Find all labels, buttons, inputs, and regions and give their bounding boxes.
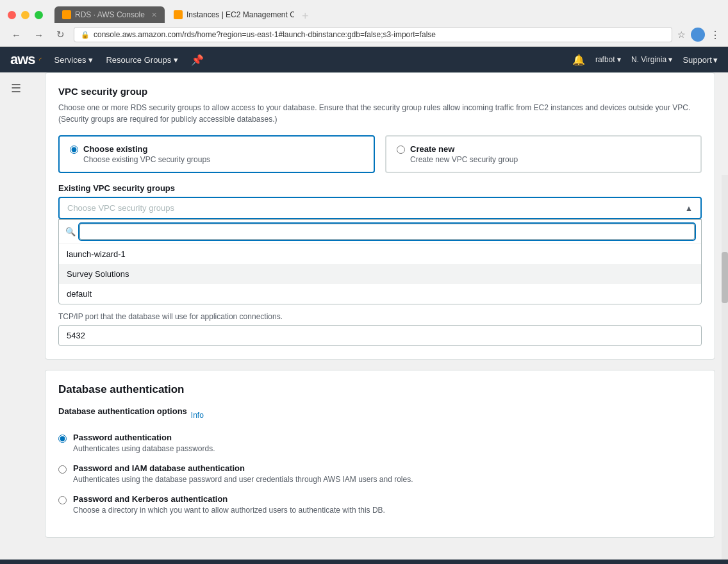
pin-icon[interactable]: 📌 [191, 54, 204, 66]
vpc-security-dropdown[interactable]: Choose VPC security groups ▲ [58, 197, 702, 219]
support-label: Support [682, 55, 712, 65]
bell-icon[interactable]: 🔔 [572, 54, 585, 66]
port-input[interactable] [58, 325, 702, 346]
aws-header: aws ◜ Services ▾ Resource Groups ▾ 📌 🔔 r… [0, 47, 728, 72]
password-kerberos-desc: Choose a directory in which you want to … [73, 505, 385, 516]
tab-favicon-ec2 [174, 10, 183, 19]
aws-logo-text: aws [10, 51, 35, 68]
dropdown-placeholder: Choose VPC security groups [67, 203, 174, 213]
choose-existing-radio[interactable] [70, 145, 78, 154]
search-icon: 🔍 [65, 227, 76, 236]
vpc-section-description: Choose one or more RDS security groups t… [58, 102, 702, 125]
vpc-section-title: VPC security group [58, 86, 702, 97]
services-chevron-icon: ▾ [88, 55, 93, 65]
tab-label-ec2: Instances | EC2 Management C [186, 10, 294, 19]
db-auth-options-label: Database authentication options [58, 406, 187, 416]
password-kerberos-title: Password and Kerberos authentication [73, 494, 385, 504]
choose-existing-label: Choose existing Choose existing VPC secu… [70, 144, 363, 164]
browser-menu-button[interactable]: ⋮ [710, 29, 720, 41]
bookmark-button[interactable]: ☆ [677, 29, 686, 40]
existing-vpc-label: Existing VPC security groups [58, 183, 702, 193]
create-new-radio[interactable] [397, 145, 405, 154]
forward-button[interactable]: → [30, 28, 47, 42]
choose-existing-card[interactable]: Choose existing Choose existing VPC secu… [58, 135, 375, 173]
create-new-title: Create new [410, 144, 518, 154]
back-button[interactable]: ← [8, 28, 25, 42]
dropdown-item-survey-solutions[interactable]: Survey Solutions [59, 264, 701, 284]
sidebar-toggle[interactable]: ☰ [0, 72, 32, 560]
dropdown-panel: 🔍 launch-wizard-1 Survey Solutions defau… [58, 219, 702, 304]
create-new-label: Create new Create new VPC security group [397, 144, 690, 164]
scrollbar-track [722, 175, 728, 560]
scrollbar-thumb[interactable] [722, 252, 728, 303]
browser-tab-rds[interactable]: RDS · AWS Console ✕ [54, 6, 165, 23]
choose-existing-sub: Choose existing VPC security groups [83, 155, 210, 164]
tab-label-rds: RDS · AWS Console [75, 10, 145, 19]
db-auth-title: Database authentication [58, 383, 702, 396]
vpc-radio-options: Choose existing Choose existing VPC secu… [58, 135, 702, 173]
dropdown-arrow-icon: ▲ [685, 204, 693, 213]
address-bar[interactable]: 🔒 console.aws.amazon.com/rds/home?region… [74, 27, 672, 42]
db-authentication-section: Database authentication Database authent… [45, 370, 715, 538]
port-hint: TCP/IP port that the database will use f… [58, 312, 702, 321]
password-iam-desc: Authenticates using the database passwor… [73, 474, 413, 485]
dropdown-search-input[interactable] [79, 224, 695, 240]
resource-groups-nav[interactable]: Resource Groups ▾ [106, 55, 178, 65]
minimize-window-btn[interactable] [21, 11, 29, 19]
dropdown-item-default[interactable]: default [59, 284, 701, 304]
content-area: VPC security group Choose one or more RD… [32, 72, 728, 560]
refresh-button[interactable]: ↻ [53, 28, 69, 42]
dropdown-item-launch-wizard[interactable]: launch-wizard-1 [59, 244, 701, 264]
password-auth-desc: Authenticates using database passwords. [73, 444, 215, 454]
create-new-sub: Create new VPC security group [410, 155, 518, 164]
db-auth-info-link[interactable]: Info [191, 411, 204, 420]
password-kerberos-option: Password and Kerberos authentication Cho… [58, 494, 702, 516]
password-auth-title: Password authentication [73, 433, 215, 442]
aws-smile-icon: ◜ [39, 56, 42, 63]
services-nav[interactable]: Services ▾ [54, 55, 94, 65]
browser-tab-ec2[interactable]: Instances | EC2 Management C ✕ [166, 6, 294, 23]
close-window-btn[interactable] [8, 11, 16, 19]
footer: 💬 Feedback 🌐 English (US) © 2008 - 2020,… [0, 560, 728, 564]
password-iam-title: Password and IAM database authentication [73, 463, 413, 473]
header-region[interactable]: N. Virginia ▾ [631, 55, 672, 64]
aws-logo: aws ◜ [10, 51, 42, 68]
password-iam-radio[interactable] [58, 465, 67, 474]
password-auth-radio[interactable] [58, 435, 67, 443]
resource-groups-chevron-icon: ▾ [174, 55, 178, 65]
tab-favicon-rds [62, 10, 71, 19]
support-button[interactable]: Support ▾ [682, 55, 718, 65]
address-text: console.aws.amazon.com/rds/home?region=u… [94, 30, 665, 39]
hamburger-icon: ☰ [11, 81, 21, 560]
password-iam-option: Password and IAM database authentication… [58, 463, 702, 485]
support-chevron-icon: ▾ [713, 55, 718, 65]
choose-existing-title: Choose existing [83, 144, 210, 154]
dropdown-search-container: 🔍 [59, 220, 701, 244]
services-label: Services [54, 55, 87, 65]
header-user[interactable]: rafbot ▾ [595, 55, 621, 64]
vpc-security-group-section: VPC security group Choose one or more RD… [45, 72, 715, 360]
profile-icon[interactable] [691, 28, 705, 42]
new-tab-button[interactable]: + [298, 10, 313, 23]
vpc-security-dropdown-container: Choose VPC security groups ▲ 🔍 launch-wi… [58, 197, 702, 304]
maximize-window-btn[interactable] [35, 11, 43, 19]
lock-icon: 🔒 [81, 31, 90, 39]
create-new-card[interactable]: Create new Create new VPC security group [385, 135, 702, 173]
password-auth-option: Password authentication Authenticates us… [58, 433, 702, 454]
browser-chrome: RDS · AWS Console ✕ Instances | EC2 Mana… [0, 0, 728, 47]
tab-close-rds[interactable]: ✕ [151, 11, 157, 19]
password-kerberos-radio[interactable] [58, 496, 67, 504]
resource-groups-label: Resource Groups [106, 55, 171, 65]
